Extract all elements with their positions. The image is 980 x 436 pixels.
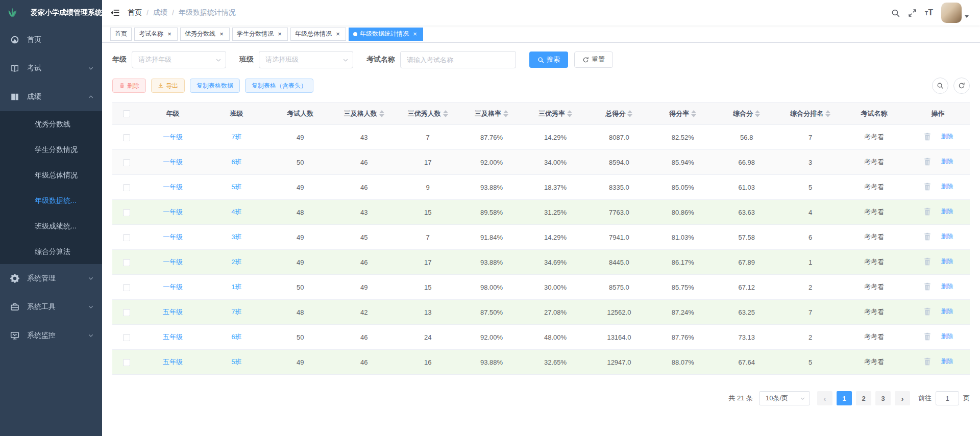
- row-delete-button[interactable]: 删除: [923, 207, 953, 216]
- export-button[interactable]: 导出: [151, 79, 185, 93]
- close-icon[interactable]: ×: [276, 31, 283, 38]
- grade-link[interactable]: 一年级: [163, 283, 183, 291]
- grade-link[interactable]: 五年级: [163, 333, 183, 341]
- sidebar-fold-icon[interactable]: [110, 8, 119, 17]
- select-all-checkbox[interactable]: [123, 110, 130, 117]
- row-checkbox[interactable]: [123, 259, 130, 266]
- grade-link[interactable]: 一年级: [163, 183, 183, 191]
- close-icon[interactable]: ×: [166, 31, 173, 38]
- column-header-compositeRank[interactable]: 综合分排名: [778, 102, 842, 125]
- sidebar-subitem-composite-algo[interactable]: 综合分算法: [0, 239, 102, 264]
- copy-table-with-header-button[interactable]: 复制表格（含表头）: [245, 79, 313, 93]
- tab-年级总体情况[interactable]: 年级总体情况×: [290, 28, 346, 41]
- goto-page-input[interactable]: [936, 391, 959, 405]
- tab-优秀分数线[interactable]: 优秀分数线×: [180, 28, 230, 41]
- sidebar-item-system-tools[interactable]: 系统工具: [0, 293, 102, 321]
- row-delete-button[interactable]: 删除: [923, 332, 953, 341]
- font-size-icon[interactable]: [925, 8, 933, 17]
- class-link[interactable]: 5班: [231, 183, 241, 191]
- grade-link[interactable]: 一年级: [163, 208, 183, 216]
- row-checkbox[interactable]: [123, 234, 130, 241]
- page-button-3[interactable]: 3: [875, 391, 891, 405]
- sidebar-item-exam[interactable]: 考试: [0, 54, 102, 83]
- column-header-excellentRate[interactable]: 三优秀率: [524, 102, 587, 125]
- sidebar-subitem-grade-stats[interactable]: 年级数据统...: [0, 188, 102, 213]
- sort-icon[interactable]: [825, 110, 830, 117]
- close-icon[interactable]: ×: [218, 31, 225, 38]
- class-link[interactable]: 6班: [231, 158, 241, 166]
- grade-link[interactable]: 一年级: [163, 133, 183, 141]
- exam-name-input[interactable]: [400, 51, 516, 68]
- column-header-passCount[interactable]: 三及格人数: [332, 102, 396, 125]
- grade-link[interactable]: 五年级: [163, 308, 183, 316]
- sort-icon[interactable]: [627, 110, 632, 117]
- sort-icon[interactable]: [443, 110, 448, 117]
- page-button-1[interactable]: 1: [837, 391, 852, 405]
- row-delete-button[interactable]: 删除: [923, 182, 953, 191]
- row-checkbox[interactable]: [123, 134, 130, 141]
- sort-icon[interactable]: [379, 110, 384, 117]
- search-button[interactable]: 搜索: [529, 52, 568, 68]
- delete-button[interactable]: 删除: [112, 79, 146, 93]
- row-checkbox[interactable]: [123, 359, 130, 366]
- tab-首页[interactable]: 首页: [110, 28, 132, 41]
- sidebar-item-home[interactable]: 首页: [0, 25, 102, 54]
- class-link[interactable]: 7班: [231, 133, 241, 141]
- grade-link[interactable]: 五年级: [163, 358, 183, 366]
- class-link[interactable]: 1班: [231, 283, 241, 291]
- grade-link[interactable]: 一年级: [163, 233, 183, 241]
- class-link[interactable]: 7班: [231, 308, 241, 316]
- row-checkbox[interactable]: [123, 334, 130, 341]
- page-button-2[interactable]: 2: [856, 391, 871, 405]
- column-header-excellentCount[interactable]: 三优秀人数: [396, 102, 460, 125]
- column-header-passRate[interactable]: 三及格率: [460, 102, 524, 125]
- breadcrumb-home[interactable]: 首页: [128, 8, 142, 17]
- page-size-select[interactable]: 10条/页: [759, 391, 810, 405]
- sidebar-item-system-mgmt[interactable]: 系统管理: [0, 264, 102, 293]
- sort-icon[interactable]: [691, 110, 696, 117]
- prev-page-button[interactable]: ‹: [817, 391, 832, 405]
- close-icon[interactable]: ×: [411, 31, 419, 38]
- tab-考试名称[interactable]: 考试名称×: [134, 28, 178, 41]
- fullscreen-icon[interactable]: [908, 9, 917, 17]
- row-delete-button[interactable]: 删除: [923, 282, 953, 291]
- row-delete-button[interactable]: 删除: [923, 157, 953, 166]
- grade-link[interactable]: 一年级: [163, 258, 183, 266]
- class-select[interactable]: 请选择班级: [259, 51, 353, 68]
- logo[interactable]: 爱家小学成绩管理系统: [0, 0, 102, 25]
- user-menu[interactable]: [941, 3, 969, 23]
- row-delete-button[interactable]: 删除: [923, 357, 953, 366]
- class-link[interactable]: 3班: [231, 233, 241, 241]
- sidebar-subitem-student-score[interactable]: 学生分数情况: [0, 137, 102, 162]
- reset-button[interactable]: 重置: [574, 52, 613, 68]
- tab-年级数据统计情况[interactable]: 年级数据统计情况×: [349, 28, 423, 41]
- row-checkbox[interactable]: [123, 209, 130, 216]
- sort-icon[interactable]: [755, 110, 760, 117]
- column-header-scoreRate[interactable]: 得分率: [651, 102, 715, 125]
- grade-link[interactable]: 一年级: [163, 158, 183, 166]
- column-header-totalScore[interactable]: 总得分: [587, 102, 651, 125]
- sidebar-subitem-class-stats[interactable]: 班级成绩统...: [0, 213, 102, 239]
- next-page-button[interactable]: ›: [895, 391, 910, 405]
- close-icon[interactable]: ×: [334, 31, 341, 38]
- tab-学生分数情况[interactable]: 学生分数情况×: [232, 28, 288, 41]
- avatar[interactable]: [941, 3, 962, 23]
- sidebar-item-system-monitor[interactable]: 系统监控: [0, 321, 102, 350]
- class-link[interactable]: 5班: [231, 358, 241, 366]
- search-icon[interactable]: [891, 9, 900, 17]
- sort-icon[interactable]: [567, 110, 572, 117]
- refresh-table-button[interactable]: [953, 78, 970, 94]
- sidebar-subitem-grade-overall[interactable]: 年级总体情况: [0, 162, 102, 188]
- sidebar-item-score[interactable]: 成绩: [0, 83, 102, 111]
- class-link[interactable]: 6班: [231, 333, 241, 341]
- row-checkbox[interactable]: [123, 309, 130, 316]
- row-delete-button[interactable]: 删除: [923, 132, 953, 141]
- row-delete-button[interactable]: 删除: [923, 307, 953, 316]
- column-header-compositeScore[interactable]: 综合分: [715, 102, 778, 125]
- toggle-search-button[interactable]: [932, 78, 948, 94]
- grade-select[interactable]: 请选择年级: [132, 51, 226, 68]
- row-checkbox[interactable]: [123, 159, 130, 166]
- copy-table-button[interactable]: 复制表格数据: [190, 79, 240, 93]
- row-delete-button[interactable]: 删除: [923, 257, 953, 266]
- sort-icon[interactable]: [503, 110, 508, 117]
